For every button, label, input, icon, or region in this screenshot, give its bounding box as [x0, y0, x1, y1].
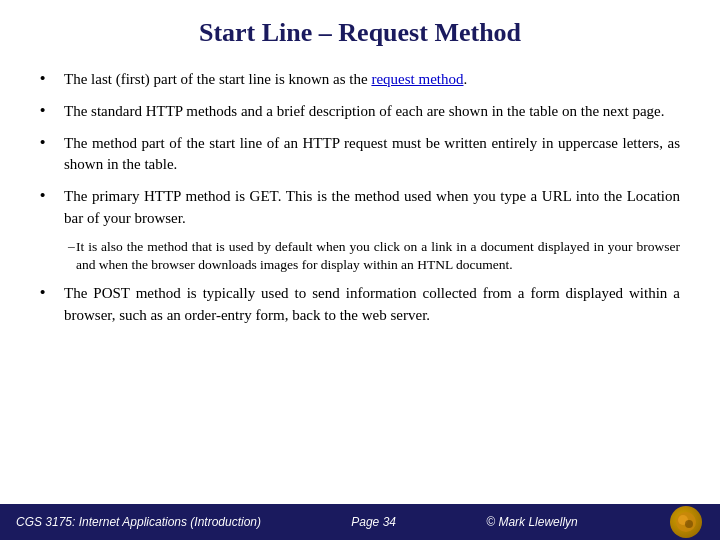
bullet-marker-4: • [40, 186, 64, 204]
bullet-text-2: The standard HTTP methods and a brief de… [64, 101, 680, 123]
bullet-marker-2: • [40, 101, 64, 119]
bullet-item-2: • The standard HTTP methods and a brief … [40, 96, 680, 128]
footer-right: © Mark Llewellyn [486, 515, 578, 529]
footer-left: CGS 3175: Internet Applications (Introdu… [16, 515, 261, 529]
bullet-text-3: The method part of the start line of an … [64, 133, 680, 177]
sub-bullet-item: – It is also the method that is used by … [40, 235, 680, 278]
bullet-marker-5: • [40, 283, 64, 301]
bullet-text-5: The POST method is typically used to sen… [64, 283, 680, 327]
slide-title: Start Line – Request Method [0, 0, 720, 60]
slide-footer: CGS 3175: Internet Applications (Introdu… [0, 504, 720, 540]
bullet-marker-1: • [40, 69, 64, 87]
bullet-text-1: The last (first) part of the start line … [64, 69, 680, 91]
slide: Start Line – Request Method • The last (… [0, 0, 720, 540]
logo-svg-icon [675, 511, 697, 533]
footer-logo [668, 504, 704, 540]
bullet-item-3: • The method part of the start line of a… [40, 128, 680, 182]
sub-marker: – [40, 238, 76, 254]
footer-center: Page 34 [351, 515, 396, 529]
bullet-item-5: • The POST method is typically used to s… [40, 278, 680, 332]
bullet-text-4: The primary HTTP method is GET. This is … [64, 186, 680, 230]
bullet-item-4: • The primary HTTP method is GET. This i… [40, 181, 680, 235]
svg-point-2 [685, 520, 693, 528]
logo-circle-icon [670, 506, 702, 538]
request-method-link[interactable]: request method [371, 71, 463, 87]
bullet-item-1: • The last (first) part of the start lin… [40, 64, 680, 96]
sub-bullet-text: It is also the method that is used by de… [76, 238, 680, 275]
bullet-marker-3: • [40, 133, 64, 151]
slide-content: • The last (first) part of the start lin… [0, 60, 720, 504]
